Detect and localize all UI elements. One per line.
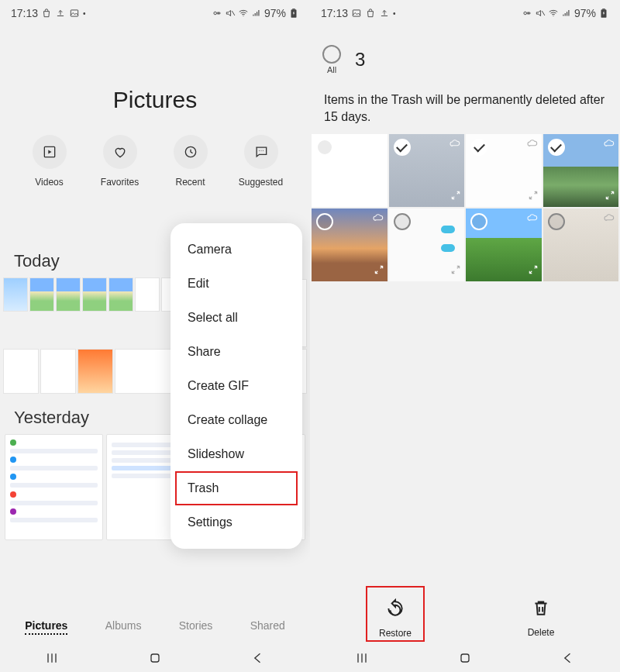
check-icon [316, 139, 333, 156]
trash-item[interactable] [543, 208, 619, 281]
action-videos-label: Videos [22, 177, 77, 188]
menu-camera[interactable]: Camera [170, 233, 302, 267]
mute-icon [535, 8, 546, 19]
svg-rect-16 [461, 654, 469, 662]
svg-point-9 [263, 150, 264, 151]
trash-item[interactable] [389, 134, 465, 207]
trash-icon [531, 598, 551, 618]
svg-rect-0 [71, 10, 78, 16]
nav-home[interactable] [145, 648, 165, 668]
status-battery: 97% [574, 7, 596, 19]
cloud-icon [603, 212, 615, 227]
vpn-icon [522, 8, 532, 19]
action-favorites[interactable]: Favorites [93, 135, 147, 188]
status-battery: 97% [264, 7, 286, 19]
nav-recent[interactable] [352, 648, 372, 668]
cloud-icon [449, 137, 461, 153]
wifi-icon [548, 8, 559, 19]
svg-point-2 [243, 16, 243, 16]
select-all-label: All [322, 65, 341, 74]
thumb[interactable] [82, 277, 107, 312]
trash-item[interactable] [466, 208, 542, 281]
upload-icon [379, 8, 390, 19]
menu-selectall[interactable]: Select all [170, 301, 302, 335]
page-title: Pictures [0, 87, 310, 113]
check-icon [316, 213, 333, 230]
menu-gif[interactable]: Create GIF [170, 369, 302, 403]
menu-slideshow[interactable]: Slideshow [170, 437, 302, 471]
thumb[interactable] [29, 277, 54, 312]
phone-right-trash: 17:13 • 97% All 3 Items in the Trash wil… [310, 0, 620, 672]
expand-icon [528, 190, 539, 204]
quick-actions: Videos Favorites Recent Suggested [14, 135, 296, 188]
action-suggested-label: Suggested [234, 177, 288, 188]
nav-home[interactable] [455, 648, 475, 668]
status-dot: • [393, 9, 396, 18]
cloud-icon [526, 212, 539, 227]
image-icon [351, 8, 362, 19]
trash-warning: Items in the Trash will be permanently d… [310, 74, 620, 134]
thumb[interactable] [78, 349, 113, 394]
menu-collage[interactable]: Create collage [170, 403, 302, 437]
check-icon [394, 139, 411, 156]
delete-label: Delete [518, 627, 564, 638]
tab-shared[interactable]: Shared [250, 619, 285, 635]
trash-item[interactable] [389, 208, 465, 281]
thumb[interactable] [5, 434, 103, 540]
restore-icon [385, 598, 405, 619]
tab-stories[interactable]: Stories [179, 619, 213, 635]
trash-actions: Restore Delete [310, 584, 620, 644]
check-icon [548, 213, 565, 230]
svg-rect-4 [292, 9, 295, 9]
cloud-icon [372, 212, 384, 227]
signal-icon [561, 8, 572, 19]
overflow-menu: Camera Edit Select all Share Create GIF … [170, 223, 302, 549]
selected-count: 3 [355, 49, 365, 71]
trash-item[interactable] [312, 134, 388, 207]
nav-back[interactable] [248, 648, 268, 668]
expand-icon [374, 264, 384, 278]
tab-pictures[interactable]: Pictures [25, 619, 67, 635]
play-rect-icon [42, 144, 57, 160]
delete-button[interactable]: Delete [518, 590, 564, 638]
menu-settings[interactable]: Settings [170, 505, 302, 539]
android-navbar [0, 644, 310, 672]
upload-icon [55, 8, 66, 19]
menu-edit[interactable]: Edit [170, 267, 302, 301]
expand-icon [528, 264, 539, 278]
thumb[interactable] [56, 277, 81, 312]
expand-icon [450, 190, 461, 204]
menu-share[interactable]: Share [170, 335, 302, 369]
tab-albums[interactable]: Albums [105, 619, 142, 635]
action-suggested[interactable]: Suggested [234, 135, 288, 188]
select-all[interactable]: All [322, 45, 341, 74]
action-recent-label: Recent [164, 177, 218, 188]
status-bar: 17:13 • 97% [310, 0, 620, 26]
action-favorites-label: Favorites [93, 177, 147, 188]
trash-item[interactable] [312, 208, 388, 281]
nav-back[interactable] [558, 648, 578, 668]
check-icon [548, 139, 565, 156]
svg-point-8 [260, 150, 261, 151]
thumb[interactable] [108, 277, 133, 312]
bottom-tabs: Pictures Albums Stories Shared [0, 610, 310, 644]
restore-label: Restore [372, 628, 418, 639]
trash-item[interactable] [543, 134, 619, 207]
thumb[interactable] [3, 349, 39, 394]
menu-trash[interactable]: Trash [175, 471, 298, 505]
svg-rect-15 [602, 9, 605, 9]
trash-item[interactable] [466, 134, 542, 207]
svg-point-12 [524, 12, 527, 15]
battery-icon [598, 8, 609, 19]
status-time: 17:13 [321, 7, 348, 19]
restore-button[interactable]: Restore [366, 586, 425, 642]
thumb[interactable] [135, 277, 160, 312]
select-all-circle [322, 45, 341, 64]
thumb[interactable] [3, 277, 28, 312]
thumb[interactable] [40, 349, 76, 394]
bag-icon [365, 8, 376, 19]
nav-recent[interactable] [42, 648, 62, 668]
action-videos[interactable]: Videos [22, 135, 77, 188]
action-recent[interactable]: Recent [164, 135, 218, 188]
svg-point-13 [553, 16, 553, 16]
